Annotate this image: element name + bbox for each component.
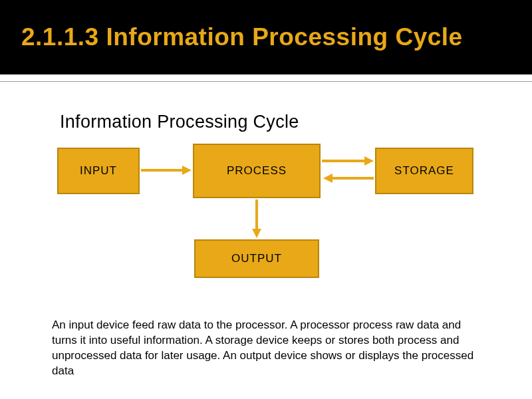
arrow-input-process <box>141 169 184 172</box>
slide-subtitle: Information Processing Cycle <box>60 112 299 132</box>
node-storage-label: STORAGE <box>394 164 454 178</box>
node-storage: STORAGE <box>375 148 473 194</box>
arrow-head-icon <box>182 166 192 175</box>
slide-description: An input device feed raw data to the pro… <box>52 318 484 379</box>
arrow-storage-process <box>331 177 374 180</box>
node-process-label: PROCESS <box>227 164 287 178</box>
arrow-head-icon <box>252 229 261 238</box>
title-divider <box>0 81 532 82</box>
node-process: PROCESS <box>193 144 321 198</box>
title-bar: 2.1.1.3 Information Processing Cycle <box>0 0 532 74</box>
arrow-process-storage <box>322 160 366 162</box>
node-output-label: OUTPUT <box>231 252 282 265</box>
arrow-process-output <box>255 200 258 230</box>
slide-title: 2.1.1.3 Information Processing Cycle <box>21 23 463 51</box>
arrow-head-icon <box>364 156 374 166</box>
processing-cycle-diagram: INPUT PROCESS STORAGE OUTPUT <box>0 140 532 293</box>
node-input: INPUT <box>57 148 140 194</box>
node-input-label: INPUT <box>80 164 117 178</box>
node-output: OUTPUT <box>194 239 319 278</box>
arrow-head-icon <box>323 174 332 183</box>
